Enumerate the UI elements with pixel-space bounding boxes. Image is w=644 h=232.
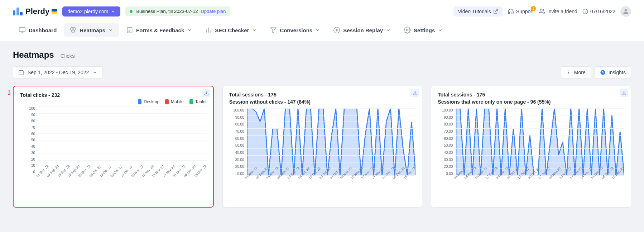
nav-forms-label: Forms & Feedback xyxy=(136,27,184,33)
card-subtitle: Session without clicks - 147 (84%) xyxy=(229,99,416,105)
chevron-down-icon xyxy=(187,28,192,33)
svg-line-0 xyxy=(495,9,498,11)
svg-marker-20 xyxy=(336,29,338,32)
site-selector[interactable]: demo2.plerdy.com xyxy=(62,6,120,16)
card-subtitle: Sessions that were only on one page - 96… xyxy=(438,99,624,105)
nav-replay[interactable]: Session Replay xyxy=(327,23,397,37)
nav-heatmaps[interactable]: Heatmaps xyxy=(64,23,119,37)
support-badge: 1 xyxy=(531,6,536,11)
nav-dashboard-label: Dashboard xyxy=(29,27,57,33)
nav-seo[interactable]: SEO Checker xyxy=(199,23,263,37)
download-icon xyxy=(204,91,209,96)
video-tutorials-label: Video Tutorials xyxy=(458,9,491,14)
nav-conversions-label: Conversions xyxy=(280,27,312,33)
chevron-down-icon xyxy=(252,28,257,33)
monitor-icon xyxy=(19,27,26,34)
update-plan-link[interactable]: Update plan xyxy=(201,9,226,14)
flag-icon xyxy=(52,9,57,14)
status-dot-icon xyxy=(130,10,133,13)
area-chart: 100.0090.0080.0070.0060.0050.0040.0030.0… xyxy=(438,108,624,187)
chart-legend: DesktopMobileTablet xyxy=(20,99,207,104)
heatmap-icon xyxy=(69,27,77,34)
page-title: Heatmaps xyxy=(13,50,54,60)
chevron-down-icon xyxy=(108,28,113,33)
funnel-icon xyxy=(270,27,277,34)
main-nav: Dashboard Heatmaps Forms & Feedback SEO … xyxy=(0,19,644,41)
topbar: Plerdy demo2.plerdy.com Business Plan, t… xyxy=(0,0,644,19)
logo[interactable]: Plerdy xyxy=(13,7,57,16)
invite-link[interactable]: Invite a friend xyxy=(539,8,577,15)
nav-settings[interactable]: Settings xyxy=(398,23,448,37)
gear-icon xyxy=(404,27,411,34)
svg-point-28 xyxy=(568,74,569,74)
form-icon xyxy=(126,27,133,34)
annotation-arrow-icon: ➘ xyxy=(3,87,14,98)
dots-vertical-icon xyxy=(566,70,571,75)
card-total-clicks: ➘ Total clicks - 232 DesktopMobileTablet… xyxy=(13,86,214,208)
nav-replay-label: Session Replay xyxy=(343,27,383,33)
download-button[interactable] xyxy=(620,89,628,97)
download-button[interactable] xyxy=(411,89,419,97)
svg-marker-18 xyxy=(271,28,276,33)
site-selector-label: demo2.plerdy.com xyxy=(67,9,108,14)
logo-icon xyxy=(13,8,23,15)
legend-item[interactable]: Desktop xyxy=(138,99,159,104)
card-title: Total clicks - 232 xyxy=(20,92,207,98)
insights-icon xyxy=(600,70,606,75)
date-range-picker[interactable]: Sep 1, 2022 - Dec 19, 2022 xyxy=(13,66,103,79)
calendar-icon xyxy=(18,70,24,75)
support-link[interactable]: 1 Support xyxy=(508,8,534,15)
svg-point-27 xyxy=(568,72,569,73)
legend-item[interactable]: Tablet xyxy=(189,99,207,104)
more-button[interactable]: More xyxy=(561,66,591,79)
chevron-down-icon xyxy=(92,70,97,75)
invite-label: Invite a friend xyxy=(547,9,577,14)
more-label: More xyxy=(574,70,586,75)
card-sessions-without-clicks: Total sessions - 175 Session without cli… xyxy=(222,86,423,208)
svg-point-1 xyxy=(540,9,542,11)
svg-point-26 xyxy=(568,71,569,71)
nav-seo-label: SEO Checker xyxy=(215,27,249,33)
play-icon xyxy=(333,27,340,34)
date-display: 07/16/2022 xyxy=(582,9,615,14)
page: Heatmaps Clicks Sep 1, 2022 - Dec 19, 20… xyxy=(0,41,644,216)
card-sessions-one-page: Total sessions - 175 Sessions that were … xyxy=(431,86,631,208)
svg-point-21 xyxy=(407,29,408,31)
download-icon xyxy=(413,90,418,95)
page-subtitle: Clicks xyxy=(61,53,75,59)
chevron-down-icon xyxy=(111,9,115,14)
nav-dashboard[interactable]: Dashboard xyxy=(13,23,62,37)
nav-forms[interactable]: Forms & Feedback xyxy=(120,23,198,37)
info-icon xyxy=(582,9,588,14)
svg-point-10 xyxy=(72,30,75,33)
avatar[interactable] xyxy=(620,6,631,17)
logo-text: Plerdy xyxy=(25,7,49,16)
chevron-down-icon xyxy=(438,28,443,33)
chevron-down-icon xyxy=(315,28,320,33)
date-display-label: 07/16/2022 xyxy=(590,9,615,14)
nav-heatmaps-label: Heatmaps xyxy=(80,27,105,33)
bar-chart: 1009080706050403020100 01 Sep. 2208 Sep.… xyxy=(20,106,207,185)
legend-item[interactable]: Mobile xyxy=(165,99,183,104)
insights-button[interactable]: Insights xyxy=(595,66,631,79)
area-chart: 100.0090.0080.0070.0060.0050.0040.0030.0… xyxy=(229,108,416,187)
plan-text: Business Plan, till 2023-07-12 xyxy=(136,9,198,14)
nav-conversions[interactable]: Conversions xyxy=(264,23,326,37)
users-icon xyxy=(539,8,545,15)
external-link-icon xyxy=(493,9,498,14)
svg-rect-5 xyxy=(19,28,25,32)
nav-settings-label: Settings xyxy=(414,27,435,33)
download-icon xyxy=(621,90,626,95)
headset-icon xyxy=(508,8,514,15)
date-range-label: Sep 1, 2022 - Dec 19, 2022 xyxy=(28,70,89,75)
insights-label: Insights xyxy=(609,70,626,75)
svg-rect-22 xyxy=(19,71,23,75)
user-icon xyxy=(623,9,629,14)
card-title: Total sessions - 175 xyxy=(438,92,624,98)
card-title: Total sessions - 175 xyxy=(229,92,416,98)
download-button[interactable] xyxy=(202,89,210,97)
seo-icon xyxy=(205,27,212,34)
plan-chip: Business Plan, till 2023-07-12 Update pl… xyxy=(125,6,230,16)
chevron-down-icon xyxy=(386,28,391,33)
video-tutorials-button[interactable]: Video Tutorials xyxy=(453,6,502,16)
